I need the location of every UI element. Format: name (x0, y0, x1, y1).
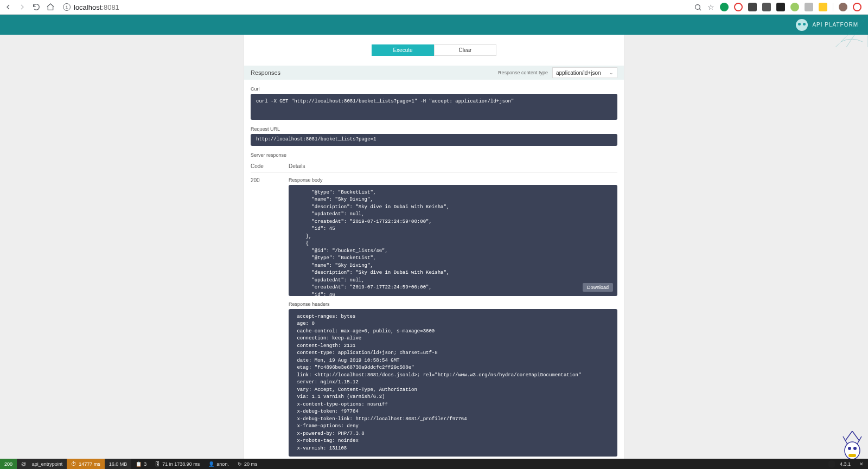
symfony-version[interactable]: 4.3.1 (824, 460, 855, 468)
server-response-label: Server response (251, 152, 617, 158)
home-button[interactable] (46, 2, 55, 12)
content-type-value: application/ld+json (556, 70, 601, 76)
brand-text: API PLATFORM (812, 22, 858, 28)
debug-ajax[interactable]: ↻20 ms (233, 459, 262, 469)
divider (833, 3, 833, 11)
avatar-icon[interactable] (839, 3, 847, 11)
response-headers-label: Response headers (289, 301, 617, 307)
app-header: API PLATFORM (0, 15, 868, 35)
svg-line-1 (699, 9, 701, 10)
symfony-logo-icon (828, 460, 835, 468)
debug-status[interactable]: 200 (0, 459, 17, 469)
server-response-row: 200 Response body "@type": "BucketList",… (251, 173, 617, 457)
curl-command[interactable]: curl -X GET "http://localhost:8081/bucke… (251, 94, 617, 120)
extension-icon[interactable] (734, 3, 743, 11)
download-button[interactable]: Download (583, 283, 613, 292)
back-button[interactable] (3, 2, 13, 12)
forward-button[interactable] (17, 2, 27, 12)
brand-logo-icon (796, 19, 808, 31)
extension-icon[interactable] (853, 3, 861, 11)
symfony-debug-bar[interactable]: 200 @ api_entrypoint ⏱14777 ms 16.0 MB 📋… (0, 459, 868, 469)
request-url-value[interactable]: http://localhost:8081/bucket_lists?page=… (251, 134, 617, 146)
extension-icon[interactable] (720, 3, 729, 11)
execute-button[interactable]: Execute (372, 44, 434, 56)
browser-chrome: i localhost:8081 ☆ (0, 0, 868, 15)
api-panel: Execute Clear Responses Response content… (244, 35, 624, 469)
extension-icon[interactable] (790, 3, 799, 11)
url-text: localhost:8081 (74, 3, 119, 11)
brand: API PLATFORM (796, 19, 858, 31)
debug-db[interactable]: 🗄71 in 1738.90 ms (151, 459, 204, 469)
site-info-icon[interactable]: i (63, 3, 71, 11)
extension-icon[interactable] (819, 3, 827, 11)
code-header: Code (251, 163, 289, 169)
extension-icon[interactable] (748, 3, 757, 11)
chevron-down-icon: ⌄ (609, 70, 614, 75)
content-type-select[interactable]: application/ld+json ⌄ (552, 67, 617, 78)
responses-label: Responses (251, 69, 280, 76)
action-buttons: Execute Clear (244, 35, 624, 66)
debug-forms[interactable]: 📋3 (131, 459, 151, 469)
extension-icon[interactable] (776, 3, 785, 11)
search-icon[interactable] (694, 3, 702, 11)
response-body-label: Response body (289, 177, 617, 183)
reload-button[interactable] (31, 2, 41, 12)
response-body[interactable]: "@type": "BucketList", "name": "Sky Divi… (289, 185, 617, 296)
extension-icon[interactable] (762, 3, 771, 11)
details-header: Details (289, 163, 617, 169)
clear-button[interactable]: Clear (434, 44, 496, 56)
request-url-label: Request URL (251, 126, 617, 132)
bookmark-icon[interactable]: ☆ (707, 3, 714, 11)
responses-header: Responses Response content type applicat… (244, 66, 624, 80)
debug-memory[interactable]: 16.0 MB (105, 459, 132, 469)
content-type-label: Response content type (498, 70, 548, 75)
response-headers[interactable]: accept-ranges: bytes age: 0 cache-contro… (289, 309, 617, 457)
close-debugbar-button[interactable]: ✕ (855, 461, 868, 467)
address-bar[interactable]: i localhost:8081 (63, 3, 119, 11)
debug-user[interactable]: 👤anon. (204, 459, 233, 469)
chrome-extensions: ☆ (694, 3, 865, 11)
response-code: 200 (251, 177, 289, 457)
debug-route[interactable]: @ api_entrypoint (17, 459, 67, 469)
extension-icon[interactable] (805, 3, 813, 11)
debug-time[interactable]: ⏱14777 ms (67, 459, 105, 469)
page: Execute Clear Responses Response content… (0, 35, 868, 469)
curl-label: Curl (251, 86, 617, 92)
svg-point-0 (695, 4, 700, 9)
response-columns: Code Details (251, 160, 617, 173)
